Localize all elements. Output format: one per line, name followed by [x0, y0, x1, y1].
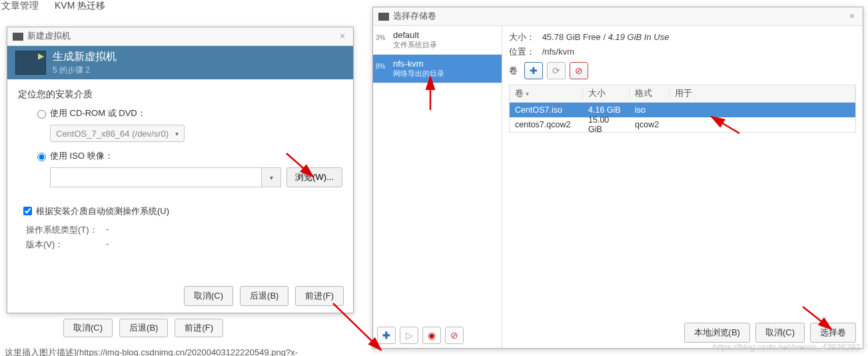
radio-iso[interactable] — [37, 153, 46, 161]
iso-dropdown-button[interactable]: ▾ — [261, 167, 281, 187]
watermark: https://blog.csdn.net/weixin_43936292 — [713, 342, 860, 352]
autodetect-label: 根据安装介质自动侦测操作系统(U) — [36, 205, 169, 217]
option-iso[interactable]: 使用 ISO 映像： — [34, 150, 342, 162]
bg-button-row: 取消(C) 后退(B) 前进(F) — [63, 319, 223, 337]
option-cdrom-label: 使用 CD-ROM 或 DVD： — [50, 107, 146, 119]
cancel-button[interactable]: 取消(C) — [184, 286, 233, 306]
new-vm-dialog: 新建虚拟机 × 生成新虚拟机 5 的步骤 2 定位您的安装介质 使用 CD-RO… — [7, 27, 354, 313]
pool-list: 3% default 文件系统目录 8% nfs-kvm 网络导出的目录 ✚ ▷… — [373, 26, 502, 348]
pool-name: default — [393, 30, 496, 40]
close-icon[interactable]: × — [847, 11, 857, 22]
table-row[interactable]: centos7.qcow2 15.00 GiB qcow2 — [510, 117, 855, 132]
cell-size: 4.16 GiB — [583, 105, 630, 115]
locate-label: 定位您的安装介质 — [18, 89, 342, 101]
autodetect-checkbox[interactable] — [23, 207, 32, 215]
cdrom-dropdown[interactable]: CentOS_7_x86_64 (/dev/sr0) ▾ — [50, 125, 185, 142]
pool-default[interactable]: 3% default 文件系统目录 — [373, 26, 502, 55]
size-sep: / — [603, 32, 608, 42]
iso-path-input[interactable] — [50, 167, 261, 187]
close-icon[interactable]: × — [337, 31, 348, 42]
bg-title: KVM 热迁移 — [55, 0, 105, 12]
th-format[interactable]: 格式 — [630, 88, 669, 99]
storage-titlebar[interactable]: 选择存储卷 × — [373, 7, 863, 26]
vm-window-icon — [378, 13, 389, 21]
choose-volume-button[interactable]: 选择卷 — [810, 323, 856, 343]
option-iso-label: 使用 ISO 映像： — [50, 150, 113, 162]
th-used[interactable]: 用于 — [669, 88, 855, 99]
browse-button[interactable]: 浏览(W)... — [286, 167, 342, 187]
bg-caption: 这里插入图片描述](https://img-blog.csdnimg.cn/20… — [5, 347, 298, 356]
pool-pct: 8% — [376, 63, 385, 70]
ostype-value: - — [106, 224, 109, 236]
volume-refresh-button[interactable]: ⟳ — [547, 62, 566, 79]
table-row[interactable]: CentOS7.iso 4.16 GiB iso — [510, 103, 855, 117]
monitor-icon — [15, 51, 46, 75]
cell-format: qcow2 — [630, 120, 669, 129]
bg-forward-button[interactable]: 前进(F) — [175, 319, 223, 337]
version-value: - — [106, 239, 109, 251]
storage-title: 选择存储卷 — [393, 11, 436, 22]
storage-dialog: 选择存储卷 × 3% default 文件系统目录 8% nfs-kvm 网络导… — [372, 7, 863, 349]
volume-delete-button[interactable]: ⊘ — [570, 62, 588, 79]
option-cdrom[interactable]: 使用 CD-ROM 或 DVD： — [34, 107, 342, 119]
size-free: 45.78 GiB Free — [542, 32, 601, 42]
back-button[interactable]: 后退(B) — [240, 286, 288, 306]
new-vm-step: 5 的步骤 2 — [53, 65, 117, 76]
size-row: 大小： 45.78 GiB Free / 4.19 GiB In Use — [509, 31, 856, 43]
version-key: 版本(V)： — [26, 239, 106, 251]
table-header[interactable]: 卷 大小 格式 用于 — [510, 85, 855, 103]
location-key: 位置： — [509, 46, 540, 58]
cell-name: centos7.qcow2 — [510, 120, 583, 129]
bg-back-button[interactable]: 后退(B) — [119, 319, 168, 337]
volume-toolbar: 卷 ✚ ⟳ ⊘ — [509, 62, 856, 79]
pool-delete-button[interactable]: ⊘ — [445, 327, 464, 344]
vm-window-icon — [13, 33, 23, 41]
storage-cancel-button[interactable]: 取消(C) — [755, 323, 805, 343]
cell-name: CentOS7.iso — [510, 105, 583, 115]
size-key: 大小： — [509, 31, 540, 43]
cell-format: iso — [630, 105, 669, 115]
new-vm-titlebar[interactable]: 新建虚拟机 × — [7, 27, 353, 46]
pool-sub: 文件系统目录 — [393, 40, 496, 50]
radio-cdrom[interactable] — [37, 110, 46, 119]
th-size[interactable]: 大小 — [583, 88, 630, 99]
bg-tab-label: 文章管理 — [1, 0, 39, 12]
location-value: /nfs/kvm — [542, 47, 574, 57]
pool-name: nfs-kvm — [393, 59, 496, 69]
new-vm-title: 新建虚拟机 — [27, 31, 71, 42]
volume-add-button[interactable]: ✚ — [524, 62, 543, 79]
cdrom-dropdown-value: CentOS_7_x86_64 (/dev/sr0) — [56, 129, 169, 139]
pool-stop-button[interactable]: ◉ — [422, 327, 441, 344]
forward-button[interactable]: 前进(F) — [295, 286, 344, 306]
new-vm-heading: 生成新虚拟机 — [53, 50, 117, 64]
new-vm-header: 生成新虚拟机 5 的步骤 2 — [7, 46, 353, 79]
volume-table: 卷 大小 格式 用于 CentOS7.iso 4.16 GiB iso cent… — [509, 85, 856, 133]
pool-start-button[interactable]: ▷ — [400, 327, 418, 344]
ostype-key: 操作系统类型(T)： — [26, 224, 106, 236]
bg-cancel-button[interactable]: 取消(C) — [63, 319, 113, 337]
pool-add-button[interactable]: ✚ — [377, 327, 396, 344]
cell-size: 15.00 GiB — [583, 115, 630, 134]
pool-nfs-kvm[interactable]: 8% nfs-kvm 网络导出的目录 — [373, 55, 502, 83]
volume-label: 卷 — [509, 65, 518, 77]
local-browse-button[interactable]: 本地浏览(B) — [684, 323, 750, 343]
th-name[interactable]: 卷 — [510, 88, 583, 99]
autodetect-row[interactable]: 根据安装介质自动侦测操作系统(U) — [21, 205, 342, 217]
chevron-down-icon: ▾ — [175, 130, 179, 137]
location-row: 位置： /nfs/kvm — [509, 46, 856, 58]
size-used: 4.19 GiB In Use — [608, 32, 669, 42]
pool-pct: 3% — [376, 34, 385, 41]
pool-sub: 网络导出的目录 — [393, 69, 496, 79]
